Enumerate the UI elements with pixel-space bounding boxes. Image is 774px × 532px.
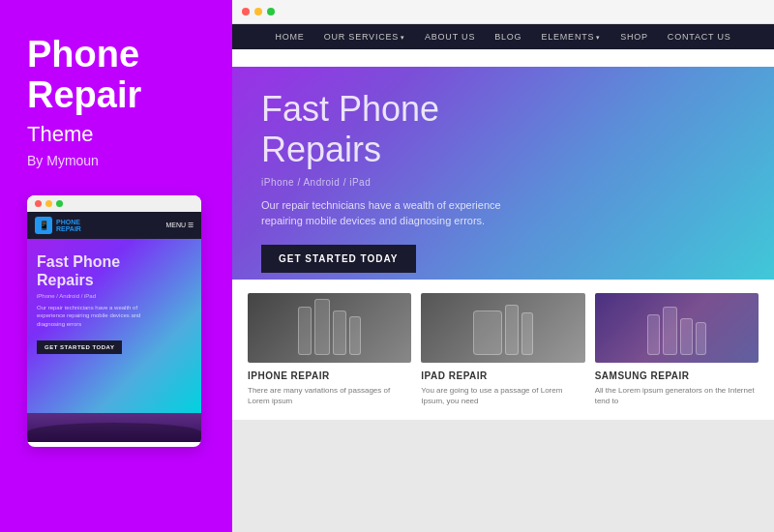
- mobile-bottom-image: [27, 413, 201, 442]
- hero-desc: Our repair technicians have a wealth of …: [261, 197, 551, 229]
- mobile-logo: 📱 PHONEREPAIR: [35, 217, 81, 234]
- phone-shape: [505, 305, 519, 355]
- nav-item-elements[interactable]: ELEMENTS▾: [541, 32, 601, 42]
- nav-item-about[interactable]: ABOUT US: [425, 32, 475, 42]
- phone-shape: [314, 299, 330, 355]
- right-panel: HOME OUR SERVICES▾ ABOUT US BLOG ELEMENT…: [232, 0, 774, 532]
- service-card-ipad: IPAD REPAIR You are going to use a passa…: [421, 293, 584, 406]
- mobile-cta-button[interactable]: GET STARTED TODAY: [37, 340, 122, 354]
- browser-dot-green: [267, 8, 275, 15]
- theme-title: PhoneRepair: [27, 35, 205, 116]
- phone-shape: [298, 307, 312, 355]
- nav-item-home[interactable]: HOME: [275, 32, 304, 42]
- phone-shape: [333, 310, 346, 355]
- phone-shape: [521, 312, 533, 355]
- service-desc-ipad: You are going to use a passage of Lorem …: [421, 385, 584, 406]
- dot-yellow: [45, 200, 52, 207]
- mobile-hero-desc: Our repair technicians have a wealth of …: [37, 304, 192, 328]
- theme-by: By Mymoun: [27, 153, 205, 168]
- mobile-nav: 📱 PHONEREPAIR MENU ☰: [27, 212, 201, 239]
- mobile-hero: Fast PhoneRepairs iPhone / Android / iPa…: [27, 239, 201, 413]
- mobile-menu-text: MENU ☰: [165, 222, 194, 229]
- theme-subtitle: Theme: [27, 122, 205, 147]
- phone-shape: [696, 322, 706, 355]
- dot-green: [56, 200, 63, 207]
- nav-item-blog[interactable]: BLOG: [494, 32, 521, 42]
- mobile-hero-title: Fast PhoneRepairs: [37, 252, 192, 289]
- service-card-samsung: SAMSUNG REPAIR All the Lorem ipsum gener…: [595, 293, 759, 406]
- service-card-iphone: IPHONE REPAIR There are many variations …: [248, 293, 411, 406]
- mobile-dots: [27, 195, 201, 212]
- service-img-ipad: [421, 293, 584, 363]
- service-desc-iphone: There are many variations of passages of…: [248, 385, 411, 406]
- nav-item-shop[interactable]: SHOP: [620, 32, 648, 42]
- white-strip: [232, 49, 774, 67]
- service-name-ipad: IPAD REPAIR: [421, 370, 584, 381]
- nav-item-contact[interactable]: CONTACT US: [668, 32, 731, 42]
- dot-red: [35, 200, 42, 207]
- hero-breadcrumb: iPhone / Android / iPad: [261, 177, 745, 188]
- browser-dot-yellow: [254, 8, 262, 15]
- mobile-logo-icon: 📱: [35, 217, 52, 234]
- service-img-iphone: [248, 293, 411, 363]
- browser-chrome: [232, 0, 774, 24]
- mobile-logo-text: PHONEREPAIR: [56, 219, 81, 232]
- site-nav: HOME OUR SERVICES▾ ABOUT US BLOG ELEMENT…: [232, 24, 774, 49]
- mobile-preview: 📱 PHONEREPAIR MENU ☰ Fast PhoneRepairs i…: [27, 195, 201, 447]
- phone-shape: [349, 316, 361, 355]
- browser-dot-red: [242, 8, 250, 15]
- tablet-shape: [473, 310, 502, 355]
- hero-section: Fast PhoneRepairs iPhone / Android / iPa…: [232, 67, 774, 280]
- hero-cta-button[interactable]: GET STARTED TODAY: [261, 245, 416, 273]
- left-panel: PhoneRepair Theme By Mymoun 📱 PHONEREPAI…: [0, 0, 232, 532]
- phone-shape: [647, 314, 660, 355]
- mobile-hero-sub: iPhone / Android / iPad: [37, 293, 192, 299]
- service-name-samsung: SAMSUNG REPAIR: [595, 370, 759, 381]
- hero-title: Fast PhoneRepairs: [261, 89, 745, 169]
- services-section: IPHONE REPAIR There are many variations …: [232, 280, 774, 420]
- phone-shape: [680, 318, 693, 355]
- nav-item-services[interactable]: OUR SERVICES▾: [324, 32, 405, 42]
- service-desc-samsung: All the Lorem ipsum generators on the In…: [595, 385, 759, 406]
- service-name-iphone: IPHONE REPAIR: [248, 370, 411, 381]
- service-img-samsung: [595, 293, 759, 363]
- phone-shape: [663, 307, 677, 355]
